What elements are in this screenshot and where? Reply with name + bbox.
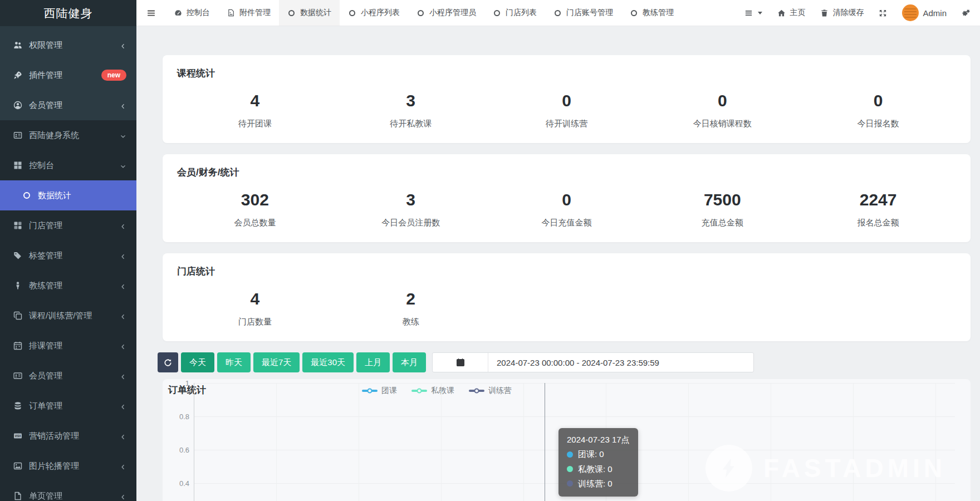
- navbar-tab-教练管理[interactable]: 教练管理: [621, 0, 682, 26]
- sidebar-menu-app: 西陆健身系统控制台数据统计门店管理标签管理教练管理课程/训练营/管理排课管理会员…: [0, 120, 136, 501]
- sidebar-item-控制台[interactable]: 控制台: [0, 150, 136, 180]
- legend-item-私教课[interactable]: 私教课: [411, 386, 454, 396]
- stat-cards: 课程统计4待开团课3待开私教课0待开训练营0今日核销课程数0今日报名数会员/财务…: [163, 55, 971, 341]
- chevron-down-icon: [120, 162, 126, 169]
- v-gridline: [276, 383, 277, 501]
- new-badge: new: [101, 70, 126, 81]
- chevron-left-icon: [120, 402, 126, 409]
- sidebar-item-权限管理[interactable]: 权限管理: [0, 30, 136, 60]
- user-circle-icon: [12, 101, 23, 110]
- navbar-tab-附件管理[interactable]: 附件管理: [218, 0, 279, 26]
- stat-item: 4待开团课: [177, 91, 333, 129]
- card-课程统计: 课程统计4待开团课3待开私教课0待开训练营0今日核销课程数0今日报名数: [163, 55, 971, 143]
- sidebar-item-label: 权限管理: [29, 40, 62, 51]
- tooltip-row-text: 私教课: 0: [578, 462, 612, 477]
- file-image-icon: [227, 9, 235, 17]
- sidebar-item-图片轮播管理[interactable]: 图片轮播管理: [0, 451, 136, 481]
- sidebar-toggle-button[interactable]: [136, 0, 165, 26]
- calendar-addon[interactable]: [433, 353, 488, 372]
- y-tick-label: 0.8: [167, 412, 189, 421]
- system-card-icon: [12, 131, 23, 140]
- chart-tooltip: 2024-07-23 17点 团课: 0私教课: 0训练营: 0: [558, 428, 638, 497]
- app-logo: 西陆健身: [0, 0, 136, 26]
- chevron-left-icon: [120, 463, 126, 469]
- stat-value: 2247: [800, 190, 956, 209]
- card-title: 课程统计: [177, 67, 956, 80]
- sidebar-item-排课管理[interactable]: 排课管理: [0, 331, 136, 361]
- chevron-left-icon: [120, 102, 126, 109]
- sidebar-item-label: 西陆健身系统: [29, 130, 79, 141]
- home-button[interactable]: 主页: [777, 8, 805, 18]
- sidebar-item-会员管理[interactable]: 会员管理: [0, 90, 136, 120]
- card-会员/财务/统计: 会员/财务/统计302会员总数量3今日会员注册数0今日充值金额7500充值总金额…: [163, 154, 971, 242]
- visa-icon: VISA: [12, 431, 23, 440]
- navbar-tab-控制台[interactable]: 控制台: [165, 0, 218, 26]
- sidebar-item-课程/训练营/管理[interactable]: 课程/训练营/管理: [0, 301, 136, 331]
- user-menu[interactable]: Admin: [902, 4, 947, 21]
- navbar-tab-小程序列表[interactable]: 小程序列表: [340, 0, 408, 26]
- navbar-tab-小程序管理员[interactable]: 小程序管理员: [408, 0, 484, 26]
- legend-marker-icon: [362, 390, 378, 392]
- stats-row: 4门店数量2教练: [177, 289, 956, 327]
- fastadmin-logo-icon: [705, 445, 752, 492]
- tooltip-row: 私教课: 0: [567, 462, 630, 477]
- tab-label: 门店账号管理: [566, 8, 613, 18]
- stat-item: 0今日充值金额: [489, 190, 645, 228]
- stat-label: 今日报名数: [800, 119, 956, 129]
- range-button-今天[interactable]: 今天: [181, 352, 214, 372]
- fullscreen-button[interactable]: [879, 9, 887, 17]
- range-button-本月[interactable]: 本月: [393, 352, 426, 372]
- sidebar-item-教练管理[interactable]: 教练管理: [0, 271, 136, 301]
- v-gridline: [771, 383, 771, 501]
- legend-marker-icon: [469, 390, 484, 392]
- card-title: 门店统计: [177, 265, 956, 278]
- sidebar-item-营销活动管理[interactable]: VISA营销活动管理: [0, 421, 136, 451]
- sidebar-item-订单管理[interactable]: 订单管理: [0, 391, 136, 421]
- sidebar-item-label: 图片轮播管理: [29, 461, 79, 471]
- clear-cache-label: 清除缓存: [832, 8, 864, 18]
- sidebar-item-数据统计[interactable]: 数据统计: [0, 180, 136, 210]
- stat-value: 2: [333, 289, 489, 308]
- clear-cache-button[interactable]: 清除缓存: [820, 8, 864, 18]
- navbar-tab-数据统计[interactable]: 数据统计: [279, 0, 340, 26]
- home-label: 主页: [790, 8, 805, 18]
- order-statistics-chart[interactable]: 订单统计 团课私教课训练营 10.80.60.40.2 2024-07-23 1…: [163, 379, 971, 501]
- date-range-picker[interactable]: 2024-07-23 00:00:00 - 2024-07-23 23:59:5…: [432, 352, 754, 372]
- range-button-最近7天[interactable]: 最近7天: [253, 352, 300, 372]
- stat-label: 今日充值金额: [489, 218, 645, 228]
- range-button-上月[interactable]: 上月: [356, 352, 390, 372]
- stat-value: 4: [177, 91, 333, 110]
- th-large-icon: [12, 161, 23, 170]
- refresh-button[interactable]: [158, 352, 178, 372]
- navbar-tab-门店账号管理[interactable]: 门店账号管理: [545, 0, 621, 26]
- id-card-icon: [12, 371, 23, 380]
- range-button-昨天[interactable]: 昨天: [217, 352, 251, 372]
- sidebar-item-会员管理[interactable]: 会员管理: [0, 361, 136, 391]
- sidebar-item-label: 会员管理: [29, 100, 62, 111]
- sidebar-item-门店管理[interactable]: 门店管理: [0, 210, 136, 240]
- stat-label: 待开团课: [177, 119, 333, 129]
- sidebar-item-label: 课程/训练营/管理: [29, 311, 92, 321]
- range-button-最近30天[interactable]: 最近30天: [302, 352, 354, 372]
- rocket-icon: [12, 71, 23, 80]
- tab-list-dropdown[interactable]: [744, 9, 762, 17]
- tab-label: 控制台: [187, 8, 210, 18]
- stat-item: 3今日会员注册数: [333, 190, 489, 228]
- sidebar: 西陆健身 权限管理插件管理new会员管理 西陆健身系统控制台数据统计门店管理标签…: [0, 0, 136, 501]
- image-icon: [12, 461, 23, 470]
- chevron-left-icon: [120, 342, 126, 349]
- calendar-icon: [12, 341, 23, 350]
- navbar-tab-门店列表[interactable]: 门店列表: [484, 0, 545, 26]
- settings-button[interactable]: [962, 9, 970, 17]
- legend-item-团课[interactable]: 团课: [362, 386, 397, 396]
- sidebar-item-插件管理[interactable]: 插件管理new: [0, 60, 136, 90]
- sidebar-item-西陆健身系统[interactable]: 西陆健身系统: [0, 120, 136, 150]
- coach-icon: [12, 281, 23, 290]
- expand-arrows-icon: [879, 9, 887, 17]
- sidebar-item-标签管理[interactable]: 标签管理: [0, 240, 136, 271]
- v-gridline: [523, 383, 524, 501]
- h-gridline: [194, 416, 955, 417]
- sidebar-item-单页管理[interactable]: 单页管理: [0, 481, 136, 501]
- legend-item-训练营[interactable]: 训练营: [469, 386, 512, 396]
- y-tick-label: 0.4: [167, 479, 189, 488]
